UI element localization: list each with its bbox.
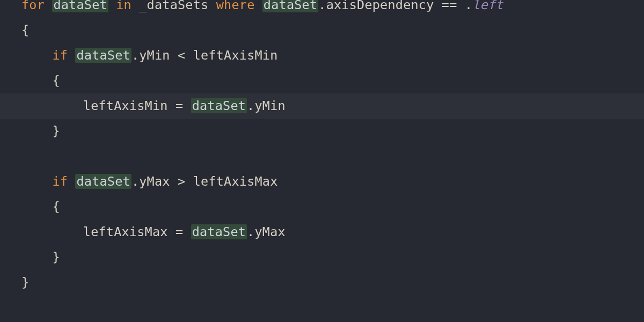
code-token: dataSet xyxy=(75,48,131,63)
code-line[interactable] xyxy=(21,144,503,169)
code-line[interactable]: } xyxy=(21,270,503,295)
code-token: { xyxy=(21,73,60,88)
code-token: { xyxy=(21,23,29,38)
code-line[interactable]: { xyxy=(21,68,503,93)
code-token: .yMax > leftAxisMax xyxy=(131,174,278,189)
code-line[interactable]: for dataSet in _dataSets where dataSet.a… xyxy=(21,0,503,18)
code-token xyxy=(21,174,52,189)
code-line[interactable]: leftAxisMin = dataSet.yMin xyxy=(21,93,503,119)
code-token: if xyxy=(52,174,68,189)
code-token: .yMin < leftAxisMin xyxy=(131,48,278,63)
code-token: if xyxy=(52,48,68,63)
code-token xyxy=(68,174,75,189)
code-line[interactable]: { xyxy=(21,194,503,219)
code-token: } xyxy=(21,275,29,290)
code-line[interactable]: if dataSet.yMax > leftAxisMax xyxy=(21,169,503,194)
code-token: .yMin xyxy=(247,98,286,113)
code-line[interactable]: } xyxy=(21,119,503,144)
code-token: left xyxy=(472,0,503,12)
code-token: { xyxy=(21,199,60,214)
code-line[interactable]: if dataSet.yMin < leftAxisMin xyxy=(21,43,503,68)
code-token: leftAxisMax = xyxy=(21,224,191,239)
code-token: .axisDependency == . xyxy=(318,0,472,12)
code-token: dataSet xyxy=(262,0,318,12)
code-token xyxy=(108,0,116,12)
code-token xyxy=(255,0,262,12)
code-token: } xyxy=(21,123,60,138)
code-line[interactable]: { xyxy=(21,18,503,43)
code-line[interactable]: } xyxy=(21,245,503,270)
code-token: leftAxisMin = xyxy=(21,98,191,113)
code-token: } xyxy=(21,250,60,265)
code-content[interactable]: for dataSet in _dataSets where dataSet.a… xyxy=(21,0,503,295)
code-token: dataSet xyxy=(191,224,247,239)
code-token: .yMax xyxy=(247,224,286,239)
code-token: _dataSets xyxy=(131,0,216,12)
code-line[interactable]: leftAxisMax = dataSet.yMax xyxy=(21,219,503,245)
code-token: dataSet xyxy=(191,98,247,113)
code-token: for xyxy=(21,0,52,12)
code-token: dataSet xyxy=(52,0,108,12)
code-token xyxy=(68,48,75,63)
code-token xyxy=(21,48,52,63)
code-token: dataSet xyxy=(75,174,131,189)
code-token: in xyxy=(116,0,131,12)
code-token: where xyxy=(216,0,255,12)
code-editor[interactable]: for dataSet in _dataSets where dataSet.a… xyxy=(0,0,644,322)
